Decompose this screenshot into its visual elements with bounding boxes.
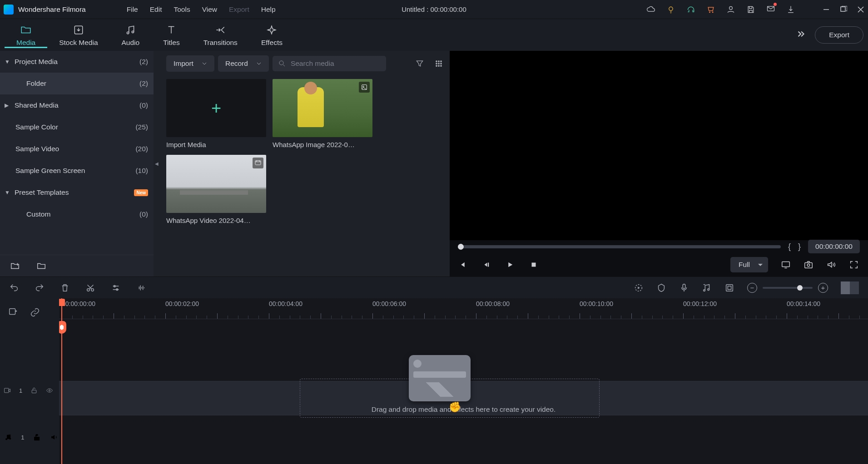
unlock-icon[interactable] (32, 433, 41, 442)
video-track-header[interactable]: 1 (0, 357, 59, 424)
tree-sample-video[interactable]: Sample Video (20) (0, 138, 154, 160)
tab-audio-label: Audio (122, 39, 140, 47)
snapshot-icon[interactable] (804, 260, 813, 270)
tree-label: Custom (26, 210, 136, 218)
svg-rect-36 (32, 390, 36, 393)
close-icon[interactable] (857, 6, 864, 13)
tree-label: Shared Media (15, 101, 136, 109)
prev-frame-icon[interactable] (459, 261, 467, 269)
search-icon (278, 59, 286, 68)
play-icon[interactable] (506, 261, 514, 269)
more-chevron-icon[interactable] (795, 29, 807, 41)
waveform-icon[interactable] (136, 283, 146, 293)
volume-icon[interactable] (826, 260, 836, 270)
ruler-mark: 00:00:10:00 (580, 300, 613, 307)
quality-dropdown[interactable]: Full (730, 257, 768, 272)
lightbulb-icon[interactable] (666, 5, 675, 14)
timeline-body[interactable]: 00:00:00:00 00:00:02:00 00:00:04:00 00:0… (59, 298, 868, 464)
new-folder-plus-icon[interactable] (10, 261, 20, 271)
user-icon[interactable] (726, 5, 735, 14)
add-track-icon[interactable] (8, 307, 18, 317)
tab-titles[interactable]: Titles (151, 22, 191, 48)
search-input[interactable]: Search media (273, 56, 386, 71)
tab-audio[interactable]: Audio (110, 22, 152, 48)
filter-icon[interactable] (415, 59, 424, 68)
step-back-icon[interactable] (482, 261, 491, 269)
media-import-tile[interactable]: + Import Media (166, 79, 266, 148)
adjust-icon[interactable] (111, 283, 121, 293)
tree-sample-color[interactable]: Sample Color (25) (0, 116, 154, 138)
tree-folder[interactable]: Folder (2) (0, 73, 154, 94)
video-track-icon (4, 387, 11, 394)
tree-project-media[interactable]: ▼ Project Media (2) (0, 51, 154, 73)
preview-scrubber[interactable] (458, 245, 781, 248)
render-icon[interactable] (634, 283, 644, 293)
stop-icon[interactable] (530, 261, 538, 269)
menu-export[interactable]: Export (229, 5, 249, 14)
cloud-icon[interactable] (646, 5, 655, 14)
mark-in-icon[interactable]: { (788, 242, 791, 252)
timeline-ruler[interactable]: 00:00:00:00 00:00:02:00 00:00:04:00 00:0… (59, 298, 868, 319)
tab-effects[interactable]: Effects (249, 22, 294, 48)
tab-media[interactable]: Media (5, 22, 47, 48)
menu-view[interactable]: View (202, 5, 217, 14)
menu-tools[interactable]: Tools (174, 5, 190, 14)
panel-collapse-handle[interactable]: ◀ (154, 51, 160, 276)
headset-icon[interactable] (686, 5, 695, 14)
save-icon[interactable] (746, 5, 755, 14)
cart-icon[interactable] (706, 5, 715, 14)
grid-view-icon[interactable] (434, 59, 443, 68)
record-dropdown[interactable]: Record (218, 55, 269, 72)
link-icon[interactable] (30, 307, 40, 317)
tab-transitions[interactable]: Transitions (192, 22, 249, 48)
ruler-mark: 00:00:14:00 (787, 300, 820, 307)
marker-icon[interactable] (656, 283, 666, 293)
undo-icon[interactable] (9, 283, 19, 293)
menu-file[interactable]: File (127, 5, 138, 14)
tree-custom[interactable]: Custom (0) (0, 203, 154, 225)
mark-out-icon[interactable]: } (798, 242, 801, 252)
speaker-icon[interactable] (50, 433, 59, 442)
svg-point-10 (441, 61, 442, 62)
audio-mixer-icon[interactable] (702, 283, 712, 293)
tree-count: (0) (139, 101, 148, 109)
menu-help[interactable]: Help (261, 5, 276, 14)
voiceover-icon[interactable] (679, 283, 689, 293)
media-clip[interactable]: WhatsApp Image 2022-0… (273, 79, 372, 148)
thumbnail-toggle[interactable] (841, 281, 859, 294)
svg-point-5 (127, 32, 129, 34)
zoom-out-icon[interactable]: − (747, 283, 757, 293)
media-clip[interactable]: WhatsApp Video 2022-04… (166, 155, 266, 224)
playhead[interactable] (61, 298, 62, 464)
tab-effects-label: Effects (261, 39, 283, 47)
import-dropdown[interactable]: Import (166, 55, 214, 72)
menu-edit[interactable]: Edit (150, 5, 162, 14)
tab-stock-media[interactable]: Stock Media (47, 22, 109, 48)
import-label: Import (174, 59, 193, 68)
crop-icon[interactable] (724, 283, 734, 293)
preview-canvas[interactable] (450, 51, 868, 240)
svg-rect-20 (532, 263, 536, 267)
minimize-icon[interactable] (823, 6, 830, 13)
cut-icon[interactable] (85, 283, 95, 293)
maximize-icon[interactable] (840, 6, 847, 13)
zoom-slider[interactable]: − + (747, 283, 828, 293)
folder-outline-icon[interactable] (36, 261, 46, 271)
redo-icon[interactable] (35, 283, 45, 293)
tree-shared-media[interactable]: ▶ Shared Media (0) (0, 94, 154, 116)
display-icon[interactable] (781, 260, 791, 270)
tree-preset-templates[interactable]: ▼ Preset Templates New (0, 182, 154, 203)
unlock-icon[interactable] (30, 387, 38, 394)
eye-icon[interactable] (46, 387, 53, 394)
svg-point-14 (436, 65, 437, 67)
svg-point-30 (704, 289, 705, 291)
zoom-in-icon[interactable]: + (818, 283, 828, 293)
delete-icon[interactable] (60, 283, 70, 293)
audio-track-header[interactable]: 1 (0, 424, 59, 451)
export-button[interactable]: Export (815, 26, 863, 44)
mail-icon[interactable] (766, 4, 775, 15)
download-icon[interactable] (786, 5, 795, 14)
fullscreen-icon[interactable] (849, 260, 859, 270)
tree-sample-green[interactable]: Sample Green Screen (10) (0, 160, 154, 182)
svg-point-9 (438, 61, 440, 62)
